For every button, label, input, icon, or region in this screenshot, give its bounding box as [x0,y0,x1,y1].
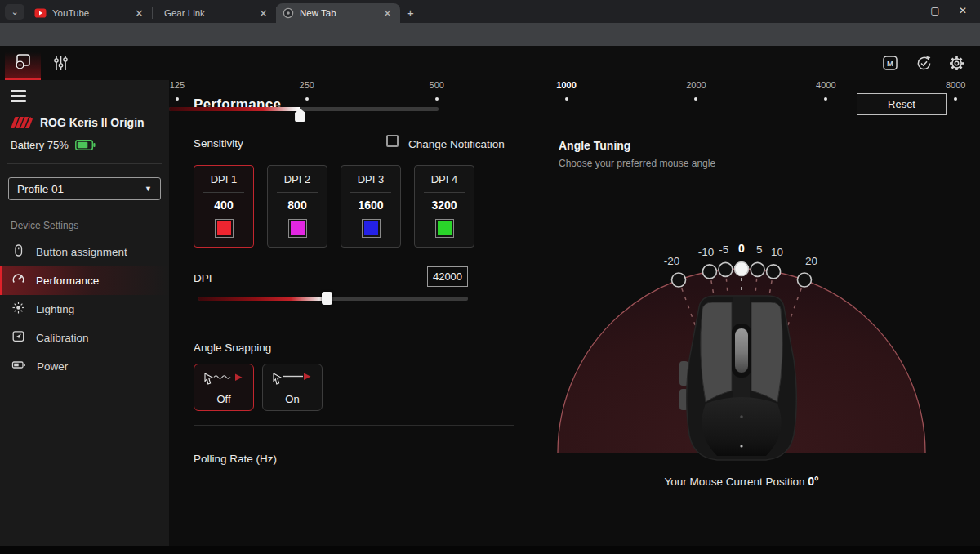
sidebar-item-power[interactable]: Power [0,352,169,381]
polling-tick-dot[interactable] [305,97,309,101]
tab-search-button[interactable]: ⌄ [5,4,24,20]
dpi-preset-value: 3200 [431,199,457,212]
dpi-preset-name: DPI 2 [284,173,311,185]
polling-track[interactable] [169,107,439,111]
angle-label-20: 20 [805,255,817,267]
angle-label-0: 0 [738,242,745,255]
polling-option-500[interactable]: 500 [430,80,444,90]
minimize-icon[interactable]: – [893,0,921,21]
close-icon[interactable]: ✕ [949,0,977,21]
angle-label-5: 5 [756,243,763,256]
angle-dot-0[interactable] [735,262,749,276]
polling-tick-dot[interactable] [435,97,439,101]
angle-dot--10[interactable] [702,265,716,279]
sun-icon [11,301,25,318]
snap-option-label: On [285,393,299,405]
polling-tick-dot[interactable] [954,97,957,101]
battery-icon [75,140,96,150]
sidebar-menu: Button assignmentPerformanceLightingCali… [0,238,169,381]
tab-title: Gear Link [164,8,257,18]
maximize-icon[interactable]: ▢ [921,0,949,21]
gauge-icon [11,272,25,289]
polling-tick-dot[interactable] [565,97,568,101]
send-icon [11,329,25,346]
tab-close-icon[interactable]: ✕ [133,7,145,20]
snap-straight-icon [270,370,314,390]
tab-tuning[interactable] [42,46,78,80]
sliders-icon [52,55,69,72]
dpi-slider-label: DPI [194,272,212,284]
dpi-slider-fill [198,297,327,301]
dpi-preset-name: DPI 4 [431,173,458,185]
polling-option-8000[interactable]: 8000 [946,80,965,90]
polling-tick-dot[interactable] [176,97,179,101]
dpi-color-swatch[interactable] [288,219,307,238]
sidebar-item-label: Power [37,360,68,373]
macro-button[interactable]: M [881,54,899,72]
device-name: ROG Keris II Origin [40,116,145,129]
sidebar-item-lighting[interactable]: Lighting [0,295,169,324]
dpi-preset-dpi-1[interactable]: DPI 1400 [194,165,254,248]
angle-tuning-subtitle: Choose your preferred mouse angle [559,158,715,169]
angle-snapping-options: OffOn [194,364,323,411]
snap-wavy-icon [202,370,246,390]
section-divider [194,425,514,426]
polling-tick-dot[interactable] [694,97,697,101]
dpi-preset-dpi-3[interactable]: DPI 31600 [341,165,401,248]
sidebar-item-label: Button assignment [36,246,127,258]
hamburger-menu-icon[interactable] [11,90,26,105]
sensitivity-label: Sensitivity [194,137,243,150]
angle-snapping-label: Angle Snapping [194,342,271,354]
polling-option-250[interactable]: 250 [300,80,314,90]
position-value: 0° [808,475,818,488]
angle-snapping-on[interactable]: On [262,364,323,411]
dpi-preset-value: 400 [214,199,233,212]
browser-tab-gear-link[interactable]: Gear Link✕ [152,3,276,23]
polling-option-1000[interactable]: 1000 [556,80,576,90]
dpi-preset-value: 800 [287,199,306,212]
dpi-color-swatch[interactable] [215,219,234,238]
macro-icon: M [882,55,898,71]
sidebar-item-button-assignment[interactable]: Button assignment [0,238,169,266]
angle-dot--5[interactable] [719,262,733,276]
tab-close-icon[interactable]: ✕ [257,7,270,20]
polling-fill [169,107,300,111]
settings-button[interactable] [947,54,965,72]
position-label: Your Mouse Current Position [664,476,804,488]
mouse-position-readout: Your Mouse Current Position 0° [578,475,905,488]
dpi-preset-name: DPI 3 [358,173,385,185]
mouse-image [675,294,808,462]
dpi-preset-dpi-2[interactable]: DPI 2800 [267,165,327,248]
browser-tab-youtube[interactable]: YouTube✕ [28,3,152,23]
browser-tabs: YouTube✕Gear Link✕New Tab✕+ [28,3,421,23]
tab-close-icon[interactable]: ✕ [381,7,394,20]
dpi-value-input[interactable]: 42000 [427,266,468,287]
snap-option-label: Off [216,393,230,405]
bottom-letterbox [0,546,980,554]
reset-button[interactable]: Reset [857,93,947,115]
browser-tab-new-tab[interactable]: New Tab✕ [276,3,400,23]
angle-label--5: -5 [719,243,728,256]
angle-dot-20[interactable] [797,273,811,287]
sync-check-icon [915,55,933,72]
angle-dot--20[interactable] [672,273,686,287]
angle-snapping-off[interactable]: Off [194,364,254,411]
angle-dot-10[interactable] [767,265,781,279]
tab-device[interactable] [5,46,41,80]
polling-tick-dot[interactable] [824,97,827,101]
angle-dot-5[interactable] [751,262,764,276]
dpi-slider-thumb[interactable] [322,292,332,305]
dpi-color-swatch[interactable] [435,219,454,238]
polling-option-4000[interactable]: 4000 [816,80,835,90]
profile-dropdown[interactable]: Profile 01 ▼ [8,177,161,200]
dpi-color-swatch[interactable] [362,219,381,238]
change-notification-checkbox[interactable] [386,135,399,147]
sync-button[interactable] [915,54,933,72]
polling-option-2000[interactable]: 2000 [686,80,706,90]
dpi-slider-track[interactable] [198,297,468,301]
new-tab-button[interactable]: + [400,3,421,23]
polling-option-125[interactable]: 125 [170,80,185,90]
sidebar-item-calibration[interactable]: Calibration [0,324,169,352]
dpi-preset-dpi-4[interactable]: DPI 43200 [414,165,474,248]
sidebar-item-performance[interactable]: Performance [0,266,169,295]
